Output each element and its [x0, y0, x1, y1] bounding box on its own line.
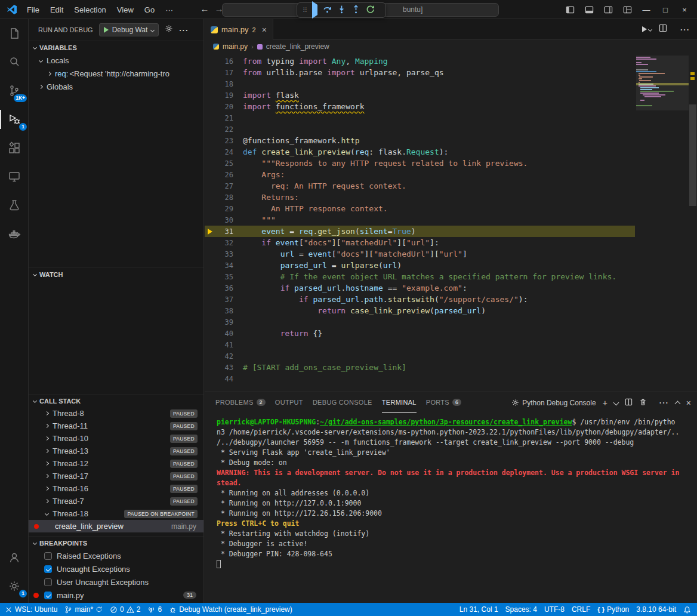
- debug-step-into-button[interactable]: [337, 5, 346, 16]
- code-line-16[interactable]: 16from typing import Any, Mapping: [205, 56, 635, 67]
- remote-indicator[interactable]: WSL: Ubuntu: [1, 603, 61, 616]
- split-terminal-icon[interactable]: [625, 398, 633, 408]
- code-line-41[interactable]: 41: [205, 339, 635, 350]
- maximize-button[interactable]: □: [658, 2, 673, 17]
- code-line-22[interactable]: 22: [205, 124, 635, 135]
- run-python-file-button[interactable]: [642, 26, 652, 32]
- scrollbar-thumb[interactable]: [689, 104, 696, 206]
- debug-step-over-button[interactable]: [323, 5, 332, 16]
- menu-item-4[interactable]: Go: [139, 4, 160, 16]
- code-line-26[interactable]: 26 Args:: [205, 169, 635, 180]
- breakpoint-checkbox[interactable]: [44, 552, 52, 560]
- watch-section-header[interactable]: WATCH: [29, 267, 203, 281]
- code-line-33[interactable]: 33 url = event["docs"]["matchedUrl"]["ur…: [205, 248, 635, 260]
- code-line-24[interactable]: 24def create_link_preview(req: flask.Req…: [205, 146, 635, 158]
- language-mode-status[interactable]: { } Python: [594, 603, 633, 616]
- new-terminal-icon[interactable]: +: [603, 398, 607, 408]
- accounts-button[interactable]: [0, 543, 29, 572]
- breadcrumb-file[interactable]: main.py: [223, 42, 248, 51]
- panel-tab-terminal[interactable]: TERMINAL: [382, 393, 417, 413]
- toolbar-drag-handle[interactable]: ⠿: [303, 7, 307, 14]
- code-line-44[interactable]: 44: [205, 373, 635, 384]
- call-stack-section-header[interactable]: CALL STACK: [29, 394, 203, 407]
- variables-locals-row[interactable]: Locals: [29, 54, 203, 67]
- breakpoint-checkbox[interactable]: [44, 578, 52, 586]
- breakpoint-item[interactable]: main.py31: [29, 589, 203, 602]
- indentation-status[interactable]: Spaces: 4: [502, 603, 541, 616]
- variables-globals-row[interactable]: Globals: [29, 80, 203, 93]
- menu-item-0[interactable]: File: [21, 4, 45, 16]
- menu-item-3[interactable]: View: [112, 4, 139, 16]
- panel-tab-ports[interactable]: PORTS6: [426, 393, 462, 413]
- debug-session-status[interactable]: Debug Watch (create_link_preview): [165, 603, 296, 616]
- callstack-thread[interactable]: Thread-7PAUSED: [29, 495, 203, 507]
- callstack-thread[interactable]: Thread-8PAUSED: [29, 407, 203, 420]
- cursor-position-status[interactable]: Ln 31, Col 1: [456, 603, 502, 616]
- problems-status[interactable]: 0 2: [106, 603, 144, 616]
- code-line-39[interactable]: 39: [205, 316, 635, 328]
- debug-continue-button[interactable]: [312, 5, 317, 16]
- menu-item-5[interactable]: ···: [160, 4, 178, 16]
- git-branch-status[interactable]: main*: [61, 603, 106, 616]
- code-line-30[interactable]: 30 """: [205, 214, 635, 226]
- panel-tab-output[interactable]: OUTPUT: [275, 393, 303, 413]
- sidebar-item-docker[interactable]: [0, 220, 29, 248]
- sidebar-item-source-control[interactable]: 1K+: [0, 76, 29, 105]
- eol-status[interactable]: CRLF: [568, 603, 594, 616]
- breakpoint-checkbox[interactable]: [44, 565, 52, 573]
- ports-status[interactable]: 6: [144, 603, 165, 616]
- debug-configuration-dropdown[interactable]: Debug Wat: [99, 23, 159, 36]
- sidebar-item-run-and-debug[interactable]: 1: [0, 105, 29, 134]
- code-line-42[interactable]: 42: [205, 350, 635, 362]
- minimap[interactable]: [636, 56, 689, 109]
- code-line-43[interactable]: 43# [START add_ons_case_preview_link]: [205, 362, 635, 373]
- variables-section-header[interactable]: VARIABLES: [29, 41, 203, 54]
- sidebar-item-search[interactable]: [0, 48, 29, 76]
- code-line-21[interactable]: 21: [205, 112, 635, 124]
- terminal-profile-label[interactable]: Python Debug Console: [511, 399, 596, 407]
- breadcrumb-symbol[interactable]: create_link_preview: [266, 42, 329, 51]
- menu-item-2[interactable]: Selection: [69, 4, 111, 16]
- debug-step-out-button[interactable]: [351, 5, 360, 16]
- callstack-thread[interactable]: Thread-12PAUSED: [29, 457, 203, 470]
- start-debug-icon[interactable]: [104, 27, 109, 33]
- code-line-18[interactable]: 18: [205, 78, 635, 90]
- tab-main-py[interactable]: main.py 2 ×: [205, 19, 273, 40]
- debug-restart-button[interactable]: [366, 5, 375, 16]
- callstack-frame[interactable]: create_link_previewmain.py: [29, 520, 203, 532]
- editor-scrollbar[interactable]: [689, 53, 697, 392]
- code-editor[interactable]: 16from typing import Any, Mapping17from …: [205, 53, 697, 392]
- menu-item-1[interactable]: Edit: [45, 4, 69, 16]
- code-line-35[interactable]: 35 # If the event object URL matches a s…: [205, 271, 635, 282]
- terminal-output[interactable]: pierrick@LAPTOP-HKU5PNNG:~/git/add-ons-s…: [205, 413, 697, 603]
- toggle-secondary-sidebar-icon[interactable]: [600, 2, 616, 17]
- navigate-back-icon[interactable]: ←: [198, 4, 211, 14]
- code-line-20[interactable]: 20import functions_framework: [205, 101, 635, 112]
- callstack-thread[interactable]: Thread-13PAUSED: [29, 445, 203, 457]
- callstack-thread[interactable]: Thread-11PAUSED: [29, 420, 203, 432]
- sidebar-item-explorer[interactable]: [0, 19, 29, 48]
- variables-req-row[interactable]: req: <Request 'http://charming-tro: [29, 67, 203, 80]
- minimize-button[interactable]: —: [639, 2, 654, 17]
- code-line-40[interactable]: 40 return {}: [205, 328, 635, 339]
- code-line-34[interactable]: 34 parsed_url = urlparse(url): [205, 260, 635, 271]
- sidebar-item-extensions[interactable]: [0, 134, 29, 162]
- breakpoint-checkbox[interactable]: [44, 592, 52, 599]
- code-line-31[interactable]: 31 event = req.get_json(silent=True): [205, 226, 635, 237]
- close-panel-icon[interactable]: ×: [686, 398, 691, 408]
- terminal-dropdown-icon[interactable]: [613, 400, 619, 406]
- sidebar-item-remote-explorer[interactable]: [0, 162, 29, 191]
- code-line-37[interactable]: 37 if parsed_url.path.startswith("/suppo…: [205, 294, 635, 305]
- toggle-panel-icon[interactable]: [581, 2, 597, 17]
- encoding-status[interactable]: UTF-8: [541, 603, 568, 616]
- settings-button[interactable]: 1: [0, 572, 29, 600]
- callstack-thread[interactable]: Thread-18PAUSED ON BREAKPOINT: [29, 507, 203, 520]
- breakpoint-item[interactable]: User Uncaught Exceptions: [29, 575, 203, 589]
- breakpoints-section-header[interactable]: BREAKPOINTS: [29, 536, 203, 549]
- panel-more-actions-icon[interactable]: ···: [659, 398, 669, 407]
- customize-layout-icon[interactable]: [619, 2, 635, 17]
- panel-tab-debug-console[interactable]: DEBUG CONSOLE: [313, 393, 372, 413]
- code-line-27[interactable]: 27 req: An HTTP request context.: [205, 180, 635, 192]
- code-line-36[interactable]: 36 if parsed_url.hostname == "example.co…: [205, 282, 635, 294]
- breakpoint-item[interactable]: Raised Exceptions: [29, 549, 203, 562]
